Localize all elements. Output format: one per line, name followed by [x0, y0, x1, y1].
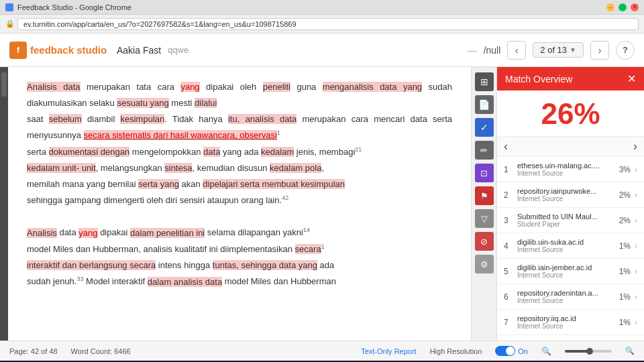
header-null: /null	[484, 45, 501, 56]
high-res-label: High Resolution	[430, 347, 482, 355]
close-btn[interactable]: ✕	[631, 3, 639, 11]
match-item-8[interactable]: 8 digilib.lainbonorod... Internet Source…	[497, 335, 644, 341]
title-bar: Feedback Studio - Google Chrome – □ ✕	[0, 0, 644, 15]
match-type-6: Internet Source	[517, 297, 608, 304]
match-chevron-7: ›	[635, 318, 637, 327]
window-controls[interactable]: – □ ✕	[606, 3, 639, 11]
zoom-slider[interactable]	[565, 350, 612, 353]
match-domain-4: digilib.uin-suka.ac.id	[517, 238, 608, 246]
match-domain-1: etheses.uin-malang.ac....	[517, 162, 608, 170]
match-next-btn[interactable]: ›	[629, 138, 641, 155]
match-info-4: digilib.uin-suka.ac.id Internet Source	[517, 238, 608, 253]
match-domain-3: Submitted to UIN Maul...	[517, 213, 608, 221]
match-item-2[interactable]: 2 repository.iainpurwoke... Internet Sou…	[497, 182, 644, 208]
document-area[interactable]: Analisis data merupakan tata cara yang d…	[8, 67, 471, 341]
left-sidebar-handle[interactable]	[1, 72, 7, 97]
match-info-5: digilib.iain-jember.ac.id Internet Sourc…	[517, 263, 608, 279]
match-panel: Match Overview ✕ 26% ‹ › 1 etheses.uin-m…	[496, 67, 644, 341]
toggle-control[interactable]: On	[495, 346, 528, 356]
match-pct-4: 1%	[612, 241, 631, 251]
settings-icon[interactable]: ⚙	[475, 255, 494, 274]
edit-icon[interactable]: ✏	[475, 141, 494, 160]
status-bar: Page: 42 of 48 Word Count: 6466 Text-Onl…	[0, 341, 644, 361]
match-list-nav: ‹ ›	[497, 137, 644, 157]
match-chevron-3: ›	[635, 216, 637, 225]
match-type-5: Internet Source	[517, 272, 608, 279]
match-num-3: 3	[504, 216, 513, 225]
doc-paragraph-1: Analisis data merupakan tata cara yang d…	[27, 79, 452, 208]
match-pct-7: 1%	[612, 318, 631, 327]
match-info-7: repository.iiq.ac.id Internet Source	[517, 314, 608, 330]
layers-icon[interactable]: ⊞	[475, 72, 494, 91]
match-percentage: 26%	[497, 90, 644, 137]
match-type-2: Internet Source	[517, 195, 608, 202]
doc-subtitle: qqwe	[168, 45, 189, 55]
match-panel-header: Match Overview ✕	[497, 67, 644, 90]
help-btn[interactable]: ?	[616, 41, 635, 60]
zoom-handle[interactable]	[586, 348, 593, 355]
match-panel-close[interactable]: ✕	[627, 72, 636, 85]
main-area: Analisis data merupakan tata cara yang d…	[0, 67, 644, 341]
match-num-1: 1	[504, 165, 513, 174]
match-item-6[interactable]: 6 repository.radenintan.a... Internet So…	[497, 284, 644, 310]
match-num-5: 5	[504, 267, 513, 276]
left-sidebar	[0, 67, 8, 341]
flag-icon[interactable]: ⚑	[475, 186, 494, 205]
logo-area: f feedback studio	[9, 42, 110, 59]
match-info-1: etheses.uin-malang.ac.... Internet Sourc…	[517, 162, 608, 177]
match-type-7: Internet Source	[517, 322, 608, 330]
match-chevron-2: ›	[635, 190, 637, 200]
right-icon-sidebar: ⊞ 📄 ✓ ✏ ⊡ ⚑ ▽ ⊘ ⚙	[471, 67, 496, 341]
toggle-track[interactable]	[495, 346, 515, 356]
zoom-level: 🔍	[625, 347, 635, 355]
logo-text: feedback studio	[30, 44, 107, 56]
filter-icon[interactable]: ▽	[475, 209, 494, 228]
match-chevron-6: ›	[635, 292, 637, 302]
match-num-4: 4	[504, 241, 513, 251]
page-indicator[interactable]: 2 of 13 ▼	[533, 42, 584, 58]
match-panel-title: Match Overview	[505, 74, 572, 84]
match-domain-7: repository.iiq.ac.id	[517, 314, 608, 322]
match-item-5[interactable]: 5 digilib.iain-jember.ac.id Internet Sou…	[497, 259, 644, 284]
prev-nav-btn[interactable]: ‹	[507, 41, 526, 60]
grid-icon[interactable]: ⊡	[475, 164, 494, 182]
match-domain-8: digilib.lainbonorod...	[517, 340, 608, 341]
match-item-3[interactable]: 3 Submitted to UIN Maul... Student Paper…	[497, 208, 644, 233]
match-num-6: 6	[504, 292, 513, 302]
minimize-btn[interactable]: –	[606, 3, 614, 11]
match-prev-btn[interactable]: ‹	[500, 138, 512, 155]
doc-paragraph-2: Analisis data yang dipakai dalam penelit…	[27, 225, 452, 290]
maximize-btn[interactable]: □	[619, 3, 627, 11]
match-domain-5: digilib.iain-jember.ac.id	[517, 263, 608, 272]
match-num-7: 7	[504, 318, 513, 327]
match-list: 1 etheses.uin-malang.ac.... Internet Sou…	[497, 157, 644, 341]
app-header: f feedback studio Aakia Fast qqwe — /nul…	[0, 34, 644, 67]
toggle-label: On	[518, 347, 528, 355]
match-pct-2: 2%	[612, 190, 631, 200]
match-num-2: 2	[504, 190, 513, 200]
block-icon[interactable]: ⊘	[475, 232, 494, 251]
match-domain-2: repository.iainpurwoke...	[517, 187, 608, 195]
match-type-3: Student Paper	[517, 221, 608, 228]
header-dash: —	[468, 45, 477, 56]
zoom-icon: 🔍	[541, 347, 551, 356]
match-pct-3: 2%	[612, 216, 631, 225]
logo-icon: f	[9, 42, 27, 59]
doc-icon[interactable]: 📄	[475, 95, 494, 114]
url-display[interactable]: ev.turnitin.com/app/carta/en_us/?o=20276…	[17, 18, 639, 30]
match-item-7[interactable]: 7 repository.iiq.ac.id Internet Source 1…	[497, 310, 644, 335]
next-nav-btn[interactable]: ›	[590, 41, 609, 60]
match-chevron-5: ›	[635, 267, 637, 276]
text-only-link[interactable]: Text-Only Report	[361, 347, 417, 355]
check-icon[interactable]: ✓	[475, 118, 494, 137]
match-pct-5: 1%	[612, 267, 631, 276]
match-item-4[interactable]: 4 digilib.uin-suka.ac.id Internet Source…	[497, 233, 644, 259]
window-title: Feedback Studio - Google Chrome	[17, 3, 606, 11]
address-bar: 🔒 ev.turnitin.com/app/carta/en_us/?o=202…	[0, 15, 644, 34]
match-domain-6: repository.radenintan.a...	[517, 289, 608, 297]
match-pct-6: 1%	[612, 292, 631, 302]
word-count: Word Count: 6466	[71, 347, 131, 355]
match-type-4: Internet Source	[517, 246, 608, 253]
match-info-3: Submitted to UIN Maul... Student Paper	[517, 213, 608, 228]
match-item-1[interactable]: 1 etheses.uin-malang.ac.... Internet Sou…	[497, 157, 644, 182]
